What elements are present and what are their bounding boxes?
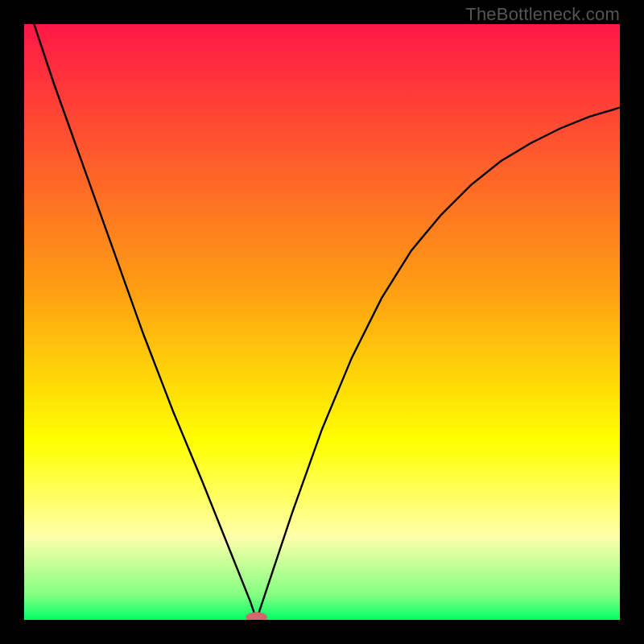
gradient-background: [24, 24, 620, 620]
bottleneck-chart: [24, 24, 620, 620]
chart-frame: TheBottleneck.com: [0, 0, 644, 644]
watermark-text: TheBottleneck.com: [465, 4, 620, 25]
plot-area: [24, 24, 620, 620]
